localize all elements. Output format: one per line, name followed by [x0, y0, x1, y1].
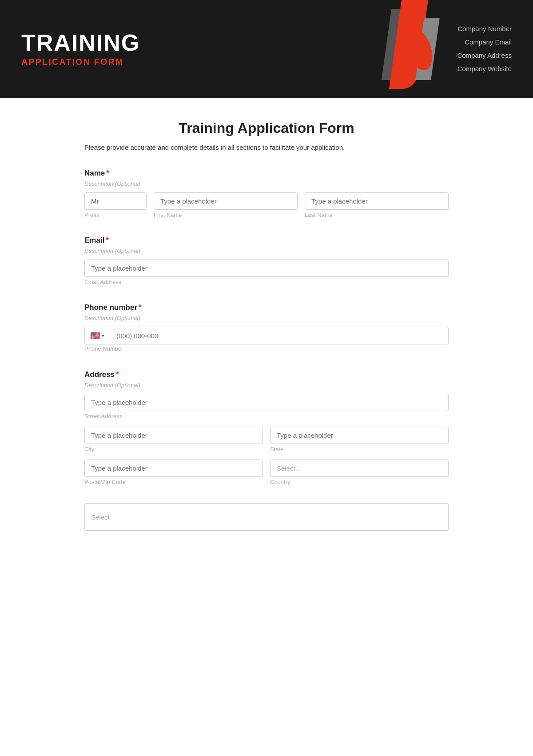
city-state-row: City State: [84, 427, 449, 452]
state-group: State: [270, 427, 449, 452]
email-group: Email Address: [84, 260, 449, 285]
company-number-label: Company Number: [457, 22, 512, 36]
phone-field-label: Phone Number: [84, 345, 123, 352]
country-group: Select... Country: [270, 460, 449, 485]
city-input[interactable]: [84, 427, 263, 444]
bottom-select-section: Select: [84, 503, 449, 531]
main-content: Training Application Form Please provide…: [67, 98, 466, 584]
last-name-input[interactable]: [305, 192, 449, 210]
company-email-label: Company Email: [457, 36, 512, 49]
address-description: Description (Optional): [84, 382, 449, 388]
header-company-info: Company Number Company Email Company Add…: [457, 22, 512, 76]
phone-input[interactable]: [110, 327, 449, 344]
zip-input[interactable]: [84, 460, 263, 477]
state-label: State: [270, 446, 449, 452]
street-input[interactable]: [84, 394, 449, 411]
first-name-group: First Name: [154, 192, 298, 218]
address-section-label: Address*: [84, 370, 449, 379]
phone-section-label: Phone number*: [84, 303, 449, 312]
phone-section: Phone number* Description (Optional) 🇺🇸 …: [84, 303, 449, 352]
form-title: Training Application Form: [84, 120, 449, 136]
city-group: City: [84, 427, 263, 452]
last-name-label: Last Name: [305, 212, 449, 218]
name-description: Description (Optional): [84, 180, 449, 187]
name-input-row: Prefix First Name Last Name: [84, 192, 449, 218]
name-section-label: Name*: [84, 169, 449, 178]
phone-row: 🇺🇸 ▾: [84, 327, 449, 344]
country-select[interactable]: Select...: [270, 460, 449, 477]
company-website-label: Company Website: [457, 62, 512, 76]
chevron-down-icon: ▾: [102, 333, 104, 339]
zip-label: Postal/Zip Code: [84, 479, 263, 485]
email-field-label: Email Address: [84, 279, 449, 285]
header-subtitle: APPLICATION FORM: [21, 57, 140, 67]
city-label: City: [84, 446, 263, 452]
header-title: TRAINING: [21, 31, 140, 54]
first-name-label: First Name: [154, 212, 298, 218]
email-section-label: Email*: [84, 236, 449, 245]
country-label: Country: [270, 479, 449, 485]
bottom-select[interactable]: Select: [84, 503, 449, 531]
email-description: Description (Optional): [84, 248, 449, 254]
phone-description: Description (Optional): [84, 315, 449, 321]
street-label: Street Address: [84, 413, 449, 420]
header-decoration: [364, 0, 435, 98]
page-header: TRAINING APPLICATION FORM Company Number…: [0, 0, 533, 98]
street-group: Street Address: [84, 394, 449, 420]
zip-country-row: Postal/Zip Code Select... Country: [84, 460, 449, 485]
name-section: Name* Description (Optional) Prefix Firs…: [84, 169, 449, 218]
prefix-group: Prefix: [84, 192, 147, 218]
state-input[interactable]: [270, 427, 449, 444]
flag-emoji: 🇺🇸: [90, 331, 100, 340]
prefix-input[interactable]: [84, 192, 147, 210]
zip-group: Postal/Zip Code: [84, 460, 263, 485]
address-section: Address* Description (Optional) Street A…: [84, 370, 449, 485]
email-input[interactable]: [84, 260, 449, 277]
prefix-label: Prefix: [84, 212, 147, 218]
form-subtitle: Please provide accurate and complete det…: [84, 144, 449, 151]
last-name-group: Last Name: [305, 192, 449, 218]
country-code-button[interactable]: 🇺🇸 ▾: [84, 327, 110, 344]
header-branding: TRAINING APPLICATION FORM: [21, 31, 140, 67]
first-name-input[interactable]: [154, 192, 298, 210]
company-address-label: Company Address: [457, 49, 512, 62]
email-section: Email* Description (Optional) Email Addr…: [84, 236, 449, 285]
